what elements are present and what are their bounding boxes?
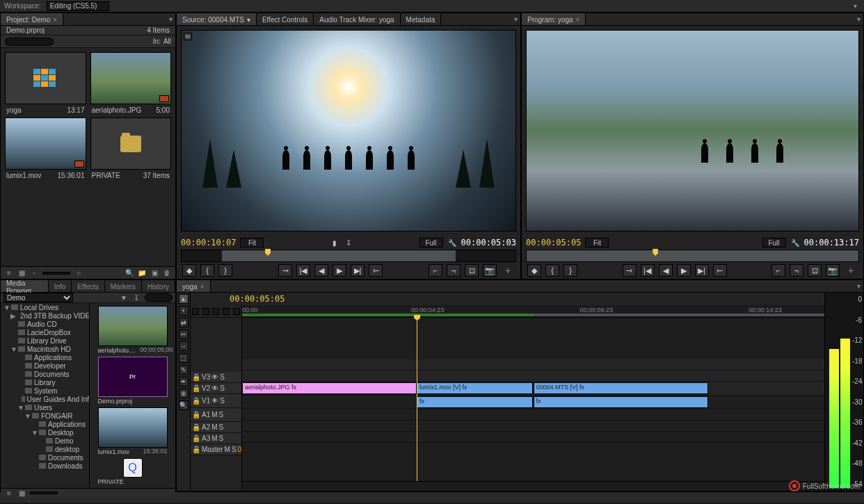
rate-tool[interactable]: ⊕ [179, 389, 189, 398]
timeline-tracks[interactable]: aerialphoto.JPG fxlumix1.mov [V] fx00004… [242, 318, 824, 481]
media-thumbnail[interactable] [98, 306, 168, 346]
project-bins[interactable]: yoga13:17aerialphoto.JPG5;00lumix1.mov15… [1, 48, 175, 266]
folder-tree[interactable]: ▼Local Drives▶2nd 3TB Backup VIDEOAudio … [1, 303, 90, 488]
lift-button[interactable]: ⌐ [771, 264, 785, 277]
media-item[interactable]: lumix1.mov15:36:01 [93, 407, 173, 455]
tab-sequence[interactable]: yoga × [177, 280, 211, 292]
media-thumbnails[interactable]: aerialphoto....00;00;05;00PrDemo.prprojl… [90, 303, 175, 488]
lock-icon[interactable]: 🔒 [192, 411, 200, 418]
step-fwd-button[interactable]: ⤚ [713, 264, 727, 277]
timeline-hscroll[interactable] [242, 481, 824, 491]
find-icon[interactable]: 🔍 [125, 269, 134, 277]
tree-node[interactable]: Demo [1, 437, 89, 445]
icon-view-icon[interactable]: ▦ [17, 269, 26, 277]
disclosure-icon[interactable]: ▼ [24, 412, 30, 420]
slip-tool[interactable]: ↔ [179, 341, 189, 351]
tab-project[interactable]: Project: Demo × [1, 13, 63, 25]
solo-icon[interactable]: S [220, 373, 225, 381]
media-item[interactable]: QPRIVATE [93, 458, 173, 485]
extract-button[interactable]: ¬ [790, 264, 803, 277]
goto-in-button[interactable]: ⤙ [623, 264, 637, 277]
track-header-A3[interactable]: 🔒A3MS [191, 433, 241, 444]
play-back-button[interactable]: ◀ [314, 264, 328, 277]
track-A2[interactable] [242, 409, 824, 421]
hand-tool[interactable]: ✒ [179, 377, 189, 387]
zoom-tool[interactable]: 🔍 [179, 400, 189, 410]
out-point-button[interactable]: } [218, 264, 232, 277]
tree-node[interactable]: ▼Desktop [1, 428, 89, 437]
ripple-tool[interactable]: ⇄ [179, 318, 189, 327]
track-V1[interactable]: aerialphoto.JPG fxlumix1.mov [V] fx00004… [242, 382, 824, 396]
workspace-select[interactable]: Editing (CS5.5) [47, 1, 109, 11]
program-monitor-video[interactable] [526, 30, 859, 231]
nest-icon[interactable] [192, 308, 199, 315]
add-button[interactable]: + [844, 264, 858, 277]
track-header-A1[interactable]: 🔒A1MS [191, 408, 241, 422]
tree-node[interactable]: Applications [1, 353, 89, 361]
bin-item[interactable]: yoga13:17 [3, 51, 88, 115]
tree-node[interactable]: User Guides And Inf [1, 395, 89, 403]
media-thumbnail[interactable]: Q [123, 458, 143, 478]
source-tab[interactable]: Metadata [401, 13, 442, 25]
export-frame-button[interactable]: ⊡ [808, 264, 822, 277]
bin-item[interactable]: aerialphoto.JPG5;00 [89, 51, 173, 115]
close-icon[interactable]: × [200, 283, 205, 291]
selection-tool[interactable]: ▲ [179, 294, 189, 304]
media-thumbnail[interactable] [98, 407, 168, 448]
in-point-button[interactable]: { [545, 264, 559, 277]
tree-node[interactable]: Library [1, 378, 89, 387]
play-back-button[interactable]: ◀ [659, 264, 673, 277]
extract-button[interactable]: ¬ [447, 264, 461, 277]
track-select-tool[interactable]: + [179, 306, 189, 316]
thumb-size-slider[interactable] [42, 272, 70, 275]
step-back-button[interactable]: |◀ [641, 264, 655, 277]
source-tab[interactable]: Audio Track Mixer: yoga [314, 13, 400, 25]
out-point-button[interactable]: } [563, 264, 577, 277]
lock-icon[interactable]: 🔒 [192, 373, 200, 381]
list-view-icon[interactable]: ≡ [5, 269, 13, 277]
source-scrub-bar[interactable] [181, 250, 516, 262]
bin-thumbnail[interactable] [90, 52, 172, 104]
clip[interactable]: lumix1.mov [V] fx [417, 382, 533, 394]
solo-icon[interactable]: S [219, 411, 224, 418]
filter-icon[interactable]: ▼ [120, 293, 128, 302]
drive-select[interactable]: Demo [3, 293, 73, 302]
track-header-V3[interactable]: 🔒V3👁S [191, 372, 241, 383]
program-tc-in[interactable]: 00:00:05:05 [526, 238, 581, 247]
play-button[interactable]: ▶ [333, 264, 346, 277]
tab-program[interactable]: Program: yoga × [522, 13, 586, 25]
mb-tab[interactable]: Media Browser [1, 280, 49, 292]
snapshot-button[interactable]: 📷 [826, 264, 840, 277]
tree-node[interactable]: ▼Macintosh HD [1, 345, 89, 353]
play-fwd-button[interactable]: ▶| [695, 264, 709, 277]
time-ruler[interactable]: 00:0000:00:04:2300:00:09:2300:00:14:23 [242, 305, 824, 318]
snapshot-button[interactable]: 📷 [483, 264, 497, 277]
track-header-V2[interactable]: 🔒V2👁S [191, 383, 241, 394]
tree-node[interactable]: LacieDropBox [1, 328, 89, 336]
snap-icon[interactable] [202, 308, 209, 315]
source-monitor-video[interactable]: fx [181, 30, 516, 231]
play-fwd-button[interactable]: ▶| [351, 264, 365, 277]
track-A1[interactable]: fx fx [242, 396, 824, 409]
tree-node[interactable]: Applications [1, 420, 89, 428]
close-icon[interactable]: × [576, 16, 580, 24]
track-header-A2[interactable]: 🔒A2MS [191, 422, 241, 433]
solo-icon[interactable]: S [219, 434, 224, 442]
track-V2[interactable] [242, 371, 824, 382]
insert-icon[interactable]: ↧ [344, 239, 353, 247]
trash-icon[interactable]: 🗑 [163, 269, 171, 277]
timeline-tc[interactable]: 00:00:05:05 [230, 294, 285, 304]
marker-icon[interactable]: ▮ [330, 239, 339, 247]
tree-node[interactable]: Documents [1, 370, 89, 378]
mb-tab[interactable]: Markers [105, 280, 142, 292]
disclosure-icon[interactable]: ▶ [10, 312, 16, 320]
step-back-button[interactable]: |◀ [296, 264, 310, 277]
marker-button[interactable]: ◆ [182, 264, 196, 277]
marker-icon[interactable] [223, 308, 230, 315]
solo-icon[interactable]: S [232, 446, 237, 453]
workspace-menu-icon[interactable]: ▾ [850, 2, 860, 10]
lift-button[interactable]: ⌐ [429, 264, 442, 277]
clip[interactable]: fx [534, 396, 708, 408]
tree-node[interactable]: ▶2nd 3TB Backup VIDEO [1, 311, 89, 320]
list-view-icon[interactable]: ≡ [5, 489, 13, 497]
